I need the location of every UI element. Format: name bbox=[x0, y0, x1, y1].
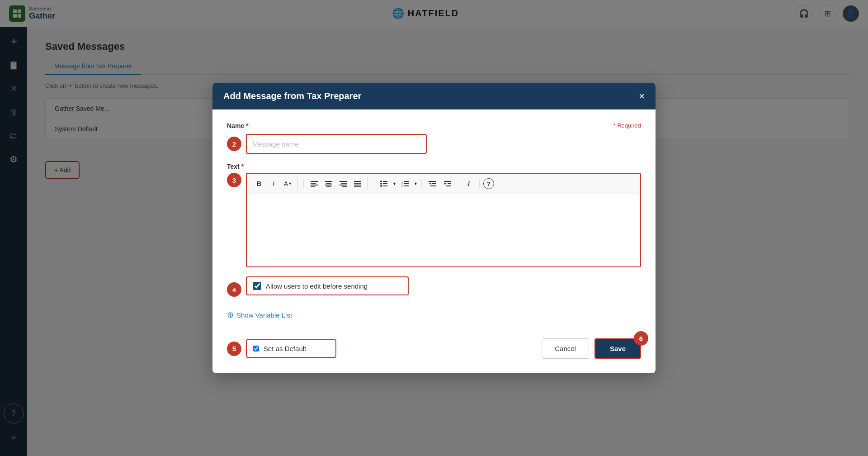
outdent-button[interactable] bbox=[425, 177, 439, 190]
circle-plus-icon: ⊕ bbox=[227, 310, 234, 320]
toolbar-divider-5 bbox=[479, 179, 480, 188]
allow-edit-checkbox[interactable] bbox=[253, 282, 261, 290]
name-required-star: * bbox=[246, 122, 248, 129]
step-badge-6: 6 bbox=[634, 331, 648, 346]
align-right-button[interactable] bbox=[336, 177, 350, 190]
allow-edit-checkbox-row: Allow users to edit before sending bbox=[246, 276, 409, 295]
text-label: Text * bbox=[227, 163, 641, 170]
numbered-dropdown-icon[interactable]: ▼ bbox=[414, 181, 418, 186]
svg-text:3.: 3. bbox=[401, 185, 403, 187]
step-badge-3: 3 bbox=[227, 173, 241, 187]
align-group bbox=[307, 177, 368, 190]
highlight-button[interactable]: A ▼ bbox=[281, 177, 295, 190]
svg-point-20 bbox=[380, 180, 382, 182]
modal-title: Add Message from Tax Preparer bbox=[223, 91, 361, 101]
cancel-button[interactable]: Cancel bbox=[542, 338, 589, 359]
allow-edit-label: Allow users to edit before sending bbox=[266, 282, 368, 290]
required-note: * Required bbox=[613, 122, 641, 129]
numbered-list-button[interactable]: 1.2.3. bbox=[398, 177, 412, 190]
align-left-button[interactable] bbox=[307, 177, 321, 190]
rte-body[interactable] bbox=[247, 194, 640, 266]
set-default-checkbox-row: Set as Default bbox=[246, 339, 336, 358]
toolbar-divider-4 bbox=[458, 179, 458, 188]
name-header-row: Name * * Required bbox=[227, 122, 641, 132]
bullet-list-button[interactable] bbox=[377, 177, 391, 190]
highlight-dropdown-icon[interactable]: ▼ bbox=[288, 181, 292, 186]
clear-format-button[interactable]: I bbox=[462, 177, 476, 190]
footer-buttons: Cancel 6 Save bbox=[542, 338, 641, 359]
italic-button[interactable]: I bbox=[267, 177, 280, 190]
message-name-input[interactable] bbox=[246, 134, 427, 154]
svg-marker-37 bbox=[444, 183, 447, 185]
show-variable-link[interactable]: ⊕ Show Variable List bbox=[227, 310, 292, 320]
show-variable-label: Show Variable List bbox=[236, 311, 292, 319]
name-label: Name * bbox=[227, 122, 249, 129]
svg-point-24 bbox=[380, 185, 382, 187]
step-badge-4: 4 bbox=[227, 282, 241, 297]
set-default-label: Set as Default bbox=[264, 345, 306, 352]
toolbar-divider-2 bbox=[373, 179, 373, 188]
modal-dialog: Add Message from Tax Preparer × Name * *… bbox=[212, 83, 656, 373]
bold-button[interactable]: B bbox=[252, 177, 266, 190]
format-group: B I A ▼ bbox=[252, 177, 298, 190]
rte-help-button[interactable]: ? bbox=[483, 178, 494, 189]
highlight-icon: A bbox=[284, 180, 288, 187]
align-justify-button[interactable] bbox=[351, 177, 364, 190]
allow-edit-row: 4 Allow users to edit before sending bbox=[227, 276, 641, 303]
rte-toolbar: B I A ▼ bbox=[247, 174, 640, 194]
svg-point-22 bbox=[380, 183, 382, 185]
step-badge-2: 2 bbox=[227, 137, 241, 151]
step-badge-5: 5 bbox=[227, 342, 241, 356]
modal-footer: 5 Set as Default Cancel 6 Save bbox=[227, 331, 641, 361]
name-form-row: Name * * Required 2 bbox=[227, 122, 641, 154]
modal-close-button[interactable]: × bbox=[639, 91, 645, 101]
rich-text-editor: B I A ▼ bbox=[246, 173, 641, 267]
bullet-dropdown-icon[interactable]: ▼ bbox=[392, 181, 396, 186]
save-button-container: 6 Save bbox=[594, 338, 641, 359]
toolbar-divider-1 bbox=[303, 179, 304, 188]
set-default-container: 5 Set as Default bbox=[227, 339, 336, 358]
text-required-star: * bbox=[241, 163, 244, 170]
toolbar-divider-3 bbox=[421, 179, 422, 188]
svg-marker-33 bbox=[429, 183, 431, 185]
indent-button[interactable] bbox=[441, 177, 454, 190]
set-default-checkbox[interactable] bbox=[253, 346, 259, 352]
modal-body: Name * * Required 2 Text * 3 bbox=[212, 109, 656, 373]
text-form-row: Text * 3 B I A ▼ bbox=[227, 163, 641, 267]
modal-header: Add Message from Tax Preparer × bbox=[212, 83, 656, 109]
align-center-button[interactable] bbox=[322, 177, 335, 190]
